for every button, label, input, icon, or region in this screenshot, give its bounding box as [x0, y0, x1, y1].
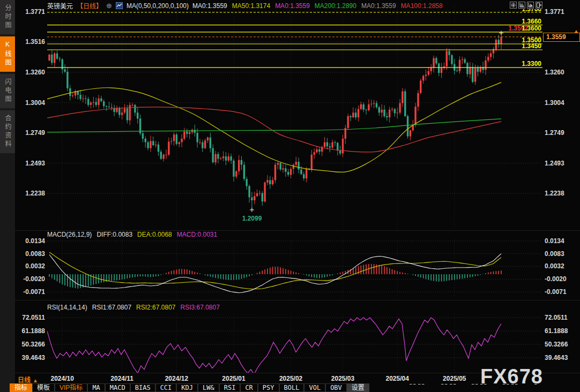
sidebar-tab-kline-chart[interactable]: K线图: [0, 36, 15, 72]
timeframe-footer-button[interactable]: 日线▲: [18, 375, 38, 384]
macd-axis-tick-right: 0.0032: [545, 262, 577, 270]
sidebar-tab-time-chart[interactable]: 分时图: [0, 0, 15, 34]
x-axis-month-label: 2025/03: [323, 375, 362, 382]
btn-vip-indicator[interactable]: VIP指标: [55, 383, 87, 392]
ma-value: MA0:1.3559: [275, 2, 310, 10]
btn-kdj[interactable]: KDJ: [176, 383, 198, 392]
level-price-label: 1.3300: [482, 60, 541, 67]
rsi1-value: RSI1:67.0807: [92, 304, 131, 311]
ma-value: MA100:1.2858: [401, 2, 443, 10]
price-axis-tick-left: 1.3771: [16, 8, 45, 16]
sidebar: 分时图K线图闪电图合约资料: [0, 0, 15, 392]
rsi-axis-tick-left: 39.4643: [13, 354, 45, 361]
level-label-top-clipped: 1.3766: [496, 9, 541, 12]
timeframe-tag: 【日线】: [77, 1, 102, 10]
btn-boll[interactable]: BOLL: [279, 383, 304, 392]
macd-axis-tick-left: -0.0071: [16, 288, 45, 296]
rsi-axis-tick-left: 61.1888: [13, 327, 45, 335]
symbol-name: 英镑美元: [47, 1, 73, 10]
macd-header: MACD(26,12,9) DIFF:0.0083 DEA:0.0068 MAC…: [47, 231, 217, 238]
low-price-label: 1.2099: [233, 215, 271, 222]
ma-value: MA0:1.3559: [192, 2, 227, 10]
macd-axis-tick-left: 0.0032: [16, 262, 45, 270]
btn-cci[interactable]: CCI: [155, 383, 177, 392]
chart-header: 英镑美元 【日线】 ⊕ MA(0,50,0,200,0,100) MA0:1.3…: [47, 1, 443, 10]
macd-axis-tick-right: -0.0071: [545, 288, 577, 296]
rsi-axis-tick-right: 50.3266: [545, 341, 577, 348]
x-axis-month-label: 2025/01: [214, 375, 254, 382]
btn-psy[interactable]: PSY: [258, 383, 279, 392]
x-axis-month-label: 2024/10: [42, 375, 82, 382]
chart-canvas: [0, 0, 580, 392]
btn-obv[interactable]: OBV: [325, 383, 347, 392]
price-axis-tick-right: 1.3260: [545, 69, 577, 76]
macd-params: MACD(26,12,9): [47, 231, 92, 238]
btn-lw[interactable]: LW&: [198, 383, 219, 392]
trading-app-window: 分时图K线图闪电图合约资料 英镑美元 【日线】 ⊕ MA(0,50,0,200,…: [0, 0, 580, 392]
btn-vol[interactable]: VOL: [304, 383, 325, 392]
x-axis-month-label: 2025/05: [435, 375, 474, 382]
price-axis-tick-left: 1.2749: [16, 129, 45, 137]
price-axis-tick-right: 1.2749: [545, 129, 577, 137]
rsi-axis-tick-left: 72.0511: [13, 314, 45, 321]
rsi-axis-tick-right: 72.0511: [545, 314, 577, 321]
x-axis-month-label: 2024/12: [157, 375, 196, 382]
price-axis-tick-right: 1.2238: [545, 190, 577, 197]
ma-value: MA200:1.2890: [315, 2, 356, 10]
exit-chart-icon[interactable]: [536, 2, 542, 9]
chevron-up-icon: ▲: [33, 378, 38, 383]
price-axis-tick-right: 1.3771: [545, 8, 577, 16]
price-axis-tick-left: 1.2493: [16, 160, 45, 167]
x-axis-month-label: 2025/02: [271, 375, 311, 382]
axis-scale-left-icon[interactable]: [518, 2, 525, 9]
rsi2-value: RSI2:67.0807: [136, 304, 175, 311]
macd-diff-value: DIFF:0.0083: [96, 231, 132, 238]
ma-value: MA50:1.3174: [232, 2, 270, 10]
watermark-logo: FX678: [480, 365, 543, 388]
price-axis-tick-left: 1.3260: [16, 69, 45, 76]
price-axis-tick-left: 1.2238: [16, 190, 45, 197]
level-price-label: 1.3450: [482, 42, 541, 50]
sidebar-tab-lightning-chart[interactable]: 闪电图: [0, 74, 15, 108]
macd-axis-tick-right: -0.0020: [545, 275, 577, 283]
price-axis-tick-right: 1.2493: [545, 160, 577, 167]
rsi3-value: RSI3:67.0807: [181, 304, 220, 311]
chart-type-icon[interactable]: [116, 2, 123, 9]
header-toolbar: [510, 2, 542, 9]
btn-cr[interactable]: CR: [240, 383, 257, 392]
macd-axis-tick-right: 0.0134: [545, 237, 577, 245]
rsi-params: RSI(14,14,14): [47, 304, 87, 311]
add-symbol-icon[interactable]: ⊕: [106, 2, 112, 10]
btn-ma[interactable]: MA: [87, 383, 105, 392]
ma-settings: MA(0,50,0,200,0,100): [127, 2, 189, 10]
indicator-toolbar: 指标模板VIP指标MAMACDBIASCCIKDJLW&RSICRPSYBOLL…: [10, 383, 369, 392]
rsi-axis-tick-right: 61.1888: [545, 327, 577, 335]
macd-axis-tick-left: 0.0134: [16, 237, 45, 245]
rsi-axis-tick-left: 50.3266: [13, 341, 45, 348]
macd-dea-value: DEA:0.0068: [137, 231, 172, 238]
sidebar-tab-contract-info[interactable]: 合约资料: [0, 110, 15, 153]
level-price-label: 1.3600: [482, 25, 541, 32]
rsi-axis-tick-right: 39.4643: [545, 354, 577, 361]
macd-axis-tick-right: 0.0083: [545, 250, 577, 258]
btn-bias[interactable]: BIAS: [130, 383, 155, 392]
btn-settings[interactable]: 设置: [347, 383, 369, 392]
price-axis-tick-right: 1.3004: [545, 99, 577, 107]
macd-axis-tick-left: 0.0083: [16, 250, 45, 258]
btn-indicator[interactable]: 指标: [10, 383, 32, 392]
btn-macd[interactable]: MACD: [105, 383, 130, 392]
btn-rsi[interactable]: RSI: [219, 383, 241, 392]
ma-values: MA0:1.3559MA50:1.3174MA0:1.3559MA200:1.2…: [192, 2, 443, 10]
macd-macd-value: MACD:0.0031: [177, 231, 217, 238]
x-axis-month-label: 2024/11: [102, 375, 142, 382]
ma-value: MA0:1.3559: [361, 2, 396, 10]
macd-axis-tick-left: -0.0020: [16, 275, 45, 283]
btn-template[interactable]: 模板: [32, 383, 55, 392]
x-axis-month-label: 2025/04: [377, 375, 417, 382]
rsi-header: RSI(14,14,14) RSI1:67.0807 RSI2:67.0807 …: [47, 304, 220, 311]
axis-scale-right-icon[interactable]: [527, 2, 534, 9]
price-axis-tick-left: 1.3516: [16, 38, 45, 46]
crosshair-icon[interactable]: [510, 2, 517, 9]
price-axis-tick-left: 1.3004: [16, 99, 45, 107]
last-price-tag: 1.3559: [543, 33, 580, 42]
